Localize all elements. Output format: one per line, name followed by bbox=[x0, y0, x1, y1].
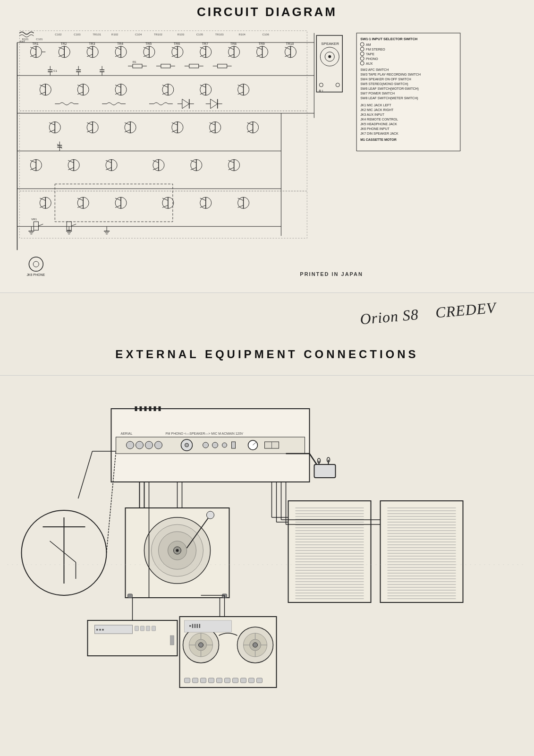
svg-text:PRINTED IN JAPAN: PRINTED IN JAPAN bbox=[300, 271, 363, 277]
svg-rect-435 bbox=[185, 678, 190, 683]
svg-point-218 bbox=[328, 55, 331, 58]
svg-text:JK4 REMOTE CONTROL: JK4 REMOTE CONTROL bbox=[360, 118, 398, 121]
svg-text:TR4: TR4 bbox=[117, 42, 123, 45]
svg-point-285 bbox=[127, 441, 134, 449]
svg-text:R102: R102 bbox=[111, 33, 119, 36]
svg-point-287 bbox=[145, 441, 153, 449]
svg-text:ANT: ANT bbox=[19, 40, 25, 43]
svg-rect-279 bbox=[140, 406, 142, 411]
svg-rect-436 bbox=[193, 678, 198, 683]
svg-text:C1: C1 bbox=[53, 69, 57, 72]
svg-text:PHONO: PHONO bbox=[366, 57, 378, 60]
svg-rect-439 bbox=[217, 678, 222, 683]
svg-text:SW1·1 INPUT SELECTOR SWITCH: SW1·1 INPUT SELECTOR SWITCH bbox=[360, 37, 417, 41]
svg-text:JK1 MIC JACK LEFT: JK1 MIC JACK LEFT bbox=[360, 103, 391, 107]
svg-text:R1: R1 bbox=[133, 60, 136, 63]
svg-text:TR1: TR1 bbox=[32, 42, 38, 45]
svg-point-322 bbox=[176, 549, 179, 552]
svg-rect-278 bbox=[135, 406, 137, 411]
svg-text:AM: AM bbox=[366, 43, 371, 46]
svg-text:TR102: TR102 bbox=[154, 33, 163, 36]
svg-rect-280 bbox=[144, 406, 147, 411]
svg-rect-438 bbox=[209, 678, 214, 683]
svg-text:C106: C106 bbox=[263, 33, 270, 36]
svg-text:TR7: TR7 bbox=[202, 42, 208, 45]
svg-point-286 bbox=[136, 441, 144, 449]
svg-text:C102: C102 bbox=[55, 33, 62, 36]
handwritten-model-note: Orion S8 CREDEV bbox=[359, 299, 497, 328]
svg-rect-440 bbox=[225, 678, 230, 683]
circuit-svg-container: TR1 TR2 TR3 TR4 TR5 bbox=[5, 19, 529, 288]
svg-text:SW4 SPEAKER ON·OFF SWITCH: SW4 SPEAKER ON·OFF SWITCH bbox=[360, 77, 411, 81]
svg-text:R103: R103 bbox=[178, 33, 185, 36]
svg-rect-282 bbox=[154, 406, 156, 411]
svg-text:R104: R104 bbox=[239, 33, 246, 36]
svg-text:VR1: VR1 bbox=[31, 218, 37, 221]
svg-text:TR5: TR5 bbox=[145, 42, 152, 45]
svg-text:TR9: TR9 bbox=[259, 42, 265, 45]
circuit-diagram-section: CIRCUIT DIAGRAM TR1 bbox=[0, 0, 534, 293]
svg-rect-437 bbox=[201, 678, 206, 683]
svg-text:JK7 DIN SPEAKER JACK: JK7 DIN SPEAKER JACK bbox=[360, 132, 398, 135]
svg-point-291 bbox=[203, 442, 209, 448]
svg-text:C105: C105 bbox=[196, 33, 203, 36]
svg-text:SW5 STEREO(MONO SWITCH): SW5 STEREO(MONO SWITCH) bbox=[360, 82, 408, 86]
svg-rect-283 bbox=[159, 406, 161, 411]
svg-text:JK3 AUX INPUT: JK3 AUX INPUT bbox=[360, 113, 384, 116]
svg-rect-413 bbox=[152, 626, 156, 631]
svg-text:JK6 PHONE INPUT: JK6 PHONE INPUT bbox=[360, 127, 390, 130]
svg-rect-412 bbox=[146, 626, 150, 631]
svg-rect-444 bbox=[257, 678, 263, 683]
svg-text:SPEAKER: SPEAKER bbox=[321, 42, 339, 46]
svg-text:TR10: TR10 bbox=[286, 42, 294, 45]
svg-text:TR6: TR6 bbox=[174, 42, 180, 45]
svg-text:TAPE: TAPE bbox=[366, 52, 374, 56]
svg-text:AERIAL: AERIAL bbox=[121, 432, 133, 435]
svg-rect-325 bbox=[128, 594, 133, 598]
svg-text:TR2: TR2 bbox=[60, 42, 67, 45]
svg-text:TR101: TR101 bbox=[93, 33, 102, 36]
svg-rect-411 bbox=[141, 626, 144, 631]
svg-rect-443 bbox=[249, 678, 254, 683]
svg-point-324 bbox=[207, 511, 214, 519]
connections-section-title: EXTERNAL EQUIPMENT CONNECTIONS bbox=[115, 348, 418, 361]
svg-point-290 bbox=[185, 443, 189, 447]
svg-text:SW6 LEAF SWITCH(MOTOR·SWITCH): SW6 LEAF SWITCH(MOTOR·SWITCH) bbox=[360, 87, 419, 91]
svg-text:SW3 TAPE PLAY·RECORDING SWITCH: SW3 TAPE PLAY·RECORDING SWITCH bbox=[360, 73, 421, 76]
svg-rect-281 bbox=[149, 406, 152, 411]
middle-section: Orion S8 CREDEV EXTERNAL EQUIPMENT CONNE… bbox=[0, 293, 534, 376]
svg-text:M1 CASSETTE MOTOR: M1 CASSETTE MOTOR bbox=[360, 138, 397, 141]
connections-diagram-svg: AERIAL FM PHONO <—SPEAKER—> MIC M ACMAIN… bbox=[5, 380, 529, 749]
svg-rect-307 bbox=[314, 464, 336, 478]
circuit-diagram-title: CIRCUIT DIAGRAM bbox=[0, 0, 534, 19]
svg-text:FM    PHONO  <—SPEAKER—>  MIC : FM PHONO <—SPEAKER—> MIC M ACMAIN 120V bbox=[166, 432, 244, 435]
svg-point-430 bbox=[253, 643, 258, 647]
svg-text:■ ■  ■: ■ ■ ■ bbox=[96, 628, 104, 631]
svg-text:TR8: TR8 bbox=[230, 42, 237, 45]
svg-text:C101: C101 bbox=[36, 38, 43, 41]
svg-text:FM STEREO: FM STEREO bbox=[366, 48, 385, 51]
svg-rect-441 bbox=[233, 678, 238, 683]
connections-diagram-section: AERIAL FM PHONO <—SPEAKER—> MIC M ACMAIN… bbox=[0, 376, 534, 756]
svg-text:JK5 HEADPHONE JACK: JK5 HEADPHONE JACK bbox=[360, 122, 397, 126]
svg-text:R    L: R L bbox=[319, 89, 324, 93]
svg-text:C103: C103 bbox=[74, 33, 81, 36]
svg-text:TR3: TR3 bbox=[89, 42, 95, 45]
svg-text:SW8 LEAF SWITCH(METER SWITCH): SW8 LEAF SWITCH(METER SWITCH) bbox=[360, 96, 418, 100]
svg-point-422 bbox=[199, 643, 203, 647]
svg-rect-410 bbox=[135, 626, 139, 631]
svg-text:SW7 POWER SWITCH: SW7 POWER SWITCH bbox=[360, 92, 395, 95]
svg-text:TR103: TR103 bbox=[215, 33, 224, 36]
svg-rect-442 bbox=[241, 678, 246, 683]
svg-text:C104: C104 bbox=[135, 33, 142, 36]
svg-text:JK2 MIC JACK RIGHT: JK2 MIC JACK RIGHT bbox=[360, 108, 394, 112]
svg-text:JK6 PHONE: JK6 PHONE bbox=[26, 273, 45, 276]
svg-point-293 bbox=[222, 443, 227, 447]
circuit-diagram-svg: TR1 TR2 TR3 TR4 TR5 bbox=[5, 19, 529, 288]
svg-text:SW2 AFC SWITCH: SW2 AFC SWITCH bbox=[360, 68, 389, 71]
svg-point-288 bbox=[155, 441, 162, 449]
svg-text:AUX: AUX bbox=[366, 62, 373, 65]
svg-rect-294 bbox=[232, 442, 236, 448]
svg-rect-414 bbox=[170, 636, 174, 645]
svg-point-292 bbox=[212, 442, 218, 448]
